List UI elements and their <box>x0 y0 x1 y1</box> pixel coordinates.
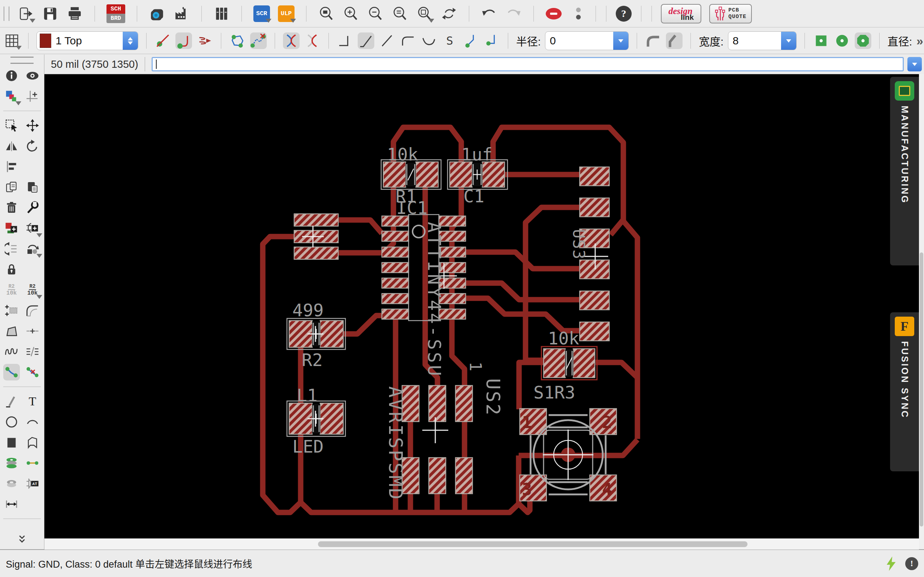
move-tool[interactable] <box>24 117 41 134</box>
vertical-scrollbar-thumb[interactable] <box>920 253 923 527</box>
width-dropdown-button[interactable] <box>781 32 796 50</box>
pcb-pad[interactable] <box>456 385 472 422</box>
via-square-button[interactable] <box>813 32 829 49</box>
route-bend-button[interactable] <box>175 32 192 49</box>
print-button[interactable] <box>66 5 83 22</box>
manufacturing-button[interactable] <box>173 5 190 22</box>
sidebar-expand-button[interactable] <box>0 533 44 546</box>
pcb-label-vertical[interactable]: US3 <box>570 229 588 259</box>
pcb-pad[interactable] <box>544 349 565 377</box>
radius-dropdown-button[interactable] <box>613 32 628 50</box>
lock-tool[interactable] <box>3 261 20 278</box>
pcb-drawing[interactable]: 10k1ufR1C1IC1499R2L1LED10kS1R3ATTINY44-S… <box>44 74 919 550</box>
stop-button[interactable] <box>545 5 562 22</box>
group-select-tool[interactable] <box>3 117 20 134</box>
zoom-fit-button[interactable] <box>318 5 334 22</box>
rect-tool[interactable] <box>3 434 20 451</box>
zoom-out-button[interactable] <box>367 5 384 22</box>
delete-tool[interactable] <box>3 200 20 216</box>
export-button[interactable] <box>17 5 34 22</box>
bend-arc-up-button[interactable] <box>399 32 416 49</box>
align-tool[interactable] <box>3 158 20 175</box>
pcb-label[interactable]: 1uf <box>461 144 493 164</box>
pcb-pad[interactable] <box>382 231 409 241</box>
vertical-scrollbar[interactable] <box>919 74 924 549</box>
run-script-button[interactable]: SCR <box>254 5 270 22</box>
show-tool[interactable] <box>24 68 41 84</box>
pcb-label-vertical[interactable]: ATTINY44-SSU <box>424 222 445 378</box>
record-button[interactable] <box>570 5 586 22</box>
pcb-pad[interactable] <box>429 458 446 494</box>
text-tool[interactable]: T <box>24 393 41 410</box>
pcb-label[interactable]: 10k <box>548 328 579 348</box>
arc-tool[interactable] <box>24 414 41 430</box>
grid-button[interactable] <box>3 32 20 49</box>
bend-free-button[interactable] <box>462 32 479 49</box>
ripup-tool[interactable] <box>24 364 41 380</box>
alert-icon[interactable]: ! <box>905 557 918 570</box>
bend-straight-button[interactable] <box>379 32 395 49</box>
ripup-segment-button[interactable] <box>250 32 267 49</box>
swap-layer-alt-button[interactable] <box>304 32 320 49</box>
optimize-tool[interactable] <box>24 323 41 339</box>
pcb-pad[interactable] <box>580 167 609 186</box>
polygon-edit-tool[interactable] <box>3 323 20 339</box>
pcb-label[interactable]: 499 <box>292 300 324 320</box>
pcb-pad[interactable] <box>580 291 609 310</box>
pcb-pad[interactable] <box>482 162 505 187</box>
zoom-in-button[interactable] <box>342 5 359 22</box>
pcb-pad[interactable] <box>429 385 446 422</box>
pcb-pad[interactable] <box>573 349 595 377</box>
bend-90-button[interactable] <box>337 32 353 49</box>
loop-select-button[interactable] <box>229 32 246 49</box>
swap-layer-button[interactable] <box>283 32 300 49</box>
horizontal-scrollbar[interactable] <box>44 538 919 550</box>
hole-tool[interactable] <box>3 475 20 492</box>
fusion-sync-tab[interactable]: F FUSION SYNC <box>890 312 919 471</box>
sch-brd-toggle-button[interactable]: SCH BRD <box>107 4 125 23</box>
miter-straight-button[interactable] <box>666 32 683 49</box>
mirror-tool[interactable] <box>3 138 20 154</box>
bend-arc-down-button[interactable] <box>420 32 437 49</box>
pcb-label-vertical[interactable]: US2 <box>482 378 504 416</box>
polygon-tool[interactable] <box>24 434 41 451</box>
pcb-label-vertical[interactable]: 1 <box>466 362 485 371</box>
pcb-quote-button[interactable]: PCB QUOTE <box>709 4 752 23</box>
pcb-pad[interactable] <box>383 162 406 187</box>
paste-tool[interactable] <box>24 179 41 195</box>
pcb-pad[interactable] <box>580 322 609 341</box>
zoom-select-button[interactable] <box>392 5 408 22</box>
energy-bolt-icon[interactable] <box>885 556 897 571</box>
line-tool[interactable] <box>3 393 20 410</box>
radius-select[interactable]: 0 <box>545 31 629 50</box>
pcb-label[interactable]: LED <box>292 436 324 456</box>
toolbar-grip[interactable] <box>3 6 10 21</box>
smash-tool[interactable] <box>3 302 20 319</box>
pcb-pad[interactable] <box>320 321 343 347</box>
via-round-button[interactable] <box>834 32 850 49</box>
pcb-label-vertical[interactable]: AVRISPSMD <box>385 386 406 501</box>
pcb-pad[interactable] <box>382 278 409 288</box>
pcb-label[interactable]: IC1 <box>396 198 428 218</box>
add-part-tool[interactable] <box>3 220 20 237</box>
pcb-label[interactable]: 10k <box>387 144 418 164</box>
signal-tool[interactable] <box>24 455 41 471</box>
circle-tool[interactable] <box>3 414 20 430</box>
replace-tool[interactable] <box>3 240 20 257</box>
reload-button[interactable] <box>441 5 457 22</box>
pcb-pad[interactable] <box>382 293 409 304</box>
attribute-tool[interactable]: AT <box>24 475 41 492</box>
horizontal-scrollbar-thumb[interactable] <box>318 541 748 547</box>
pcb-label[interactable]: R2 <box>302 350 323 370</box>
pcb-pad[interactable] <box>580 260 609 279</box>
sidebar-grip[interactable] <box>10 56 34 64</box>
pcb-pad[interactable] <box>294 247 338 259</box>
zoom-redraw-button[interactable] <box>416 5 433 22</box>
change-tool[interactable] <box>24 200 41 216</box>
meander-tool[interactable] <box>3 343 20 360</box>
save-button[interactable] <box>42 5 58 22</box>
pcb-label[interactable]: S1R3 <box>533 382 575 403</box>
mark-tool[interactable] <box>24 88 41 105</box>
redo-button[interactable] <box>505 5 522 22</box>
copy-tool[interactable] <box>3 179 20 195</box>
